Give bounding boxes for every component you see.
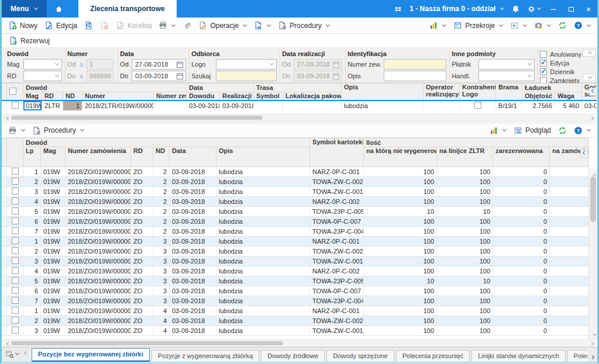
- table-row[interactable]: 4019W2018/ZO/019W/000002ZO203-09-2018lub…: [2, 197, 589, 207]
- table-row[interactable]: 1019W2018/ZO/019W/000002ZO203-09-2018lub…: [2, 167, 589, 177]
- row-checkbox[interactable]: [7, 217, 23, 227]
- help-button[interactable]: ?: [570, 19, 594, 32]
- print-button[interactable]: [155, 19, 179, 32]
- group-header-ladunek[interactable]: Ładunek: [522, 84, 582, 92]
- operations-button[interactable]: Operacje: [195, 19, 250, 32]
- bottom-tab-2[interactable]: Dowody źródłowe: [261, 350, 325, 362]
- row-checkbox[interactable]: [7, 326, 23, 336]
- group-header-data[interactable]: Data: [187, 84, 254, 92]
- column-header-nd[interactable]: ND: [153, 147, 170, 167]
- column-header-opis[interactable]: Opis: [216, 147, 310, 167]
- bottom-tab-1[interactable]: Pozycje z wygenerowaną zbiórką: [152, 350, 260, 362]
- row-checkbox[interactable]: [7, 177, 23, 187]
- chart-button-lower[interactable]: [486, 124, 510, 137]
- help-button-lower[interactable]: ?: [570, 124, 594, 137]
- table-row[interactable]: 3019W2018/ZO/019W/000002ZO203-09-2018lub…: [2, 187, 589, 197]
- column-header-mag[interactable]: Mag: [23, 92, 42, 100]
- table-row[interactable]: 3019W2018/ZO/019W/000003ZO303-09-2018lub…: [2, 256, 589, 266]
- numer-od-input[interactable]: 1: [87, 59, 113, 70]
- handl-combo[interactable]: [478, 71, 535, 81]
- tabs-scroll-left-button[interactable]: [24, 351, 28, 355]
- column-header-rd[interactable]: RD: [42, 92, 63, 100]
- data-real-od-input[interactable]: 27-08-2018: [294, 59, 343, 70]
- close-button[interactable]: ×: [583, 4, 594, 14]
- reserve-button[interactable]: Rezerwuj: [5, 34, 53, 47]
- row-checkbox[interactable]: [7, 296, 23, 306]
- column-header-lp[interactable]: Lp: [23, 147, 41, 167]
- restore-button[interactable]: [566, 5, 576, 13]
- hscroll-thumb[interactable]: [11, 116, 263, 120]
- table-row[interactable]: 7019W2018/ZO/019W/000003ZO303-09-2018lub…: [2, 296, 589, 306]
- table-row[interactable]: 1019W2018/ZO/019W/000003ZO303-09-2018lub…: [2, 237, 589, 247]
- column-header-lokalizacja[interactable]: Lokalizacja pakowania: [283, 92, 342, 100]
- apps-grid-icon[interactable]: [394, 5, 402, 13]
- refresh-button[interactable]: [555, 19, 570, 32]
- settings-button[interactable]: [527, 5, 541, 13]
- filter-scroll-up-button[interactable]: [583, 49, 595, 57]
- select-all-checkbox[interactable]: [7, 84, 23, 100]
- row-checkbox[interactable]: [7, 100, 23, 111]
- table-row[interactable]: 2019W2018/ZO/019W/000002ZO203-09-2018lub…: [2, 177, 589, 187]
- table-row[interactable]: 5019W2018/ZO/019W/000003ZO303-09-2018lub…: [2, 276, 589, 286]
- column-header-operator[interactable]: Operatorrealizujący: [424, 84, 460, 100]
- mag-combo[interactable]: [23, 59, 62, 70]
- row-checkbox[interactable]: [7, 276, 23, 286]
- column-header-brama[interactable]: Brama: [496, 84, 522, 100]
- column-header-objetosc[interactable]: Objętość: [522, 92, 555, 100]
- data-od-input[interactable]: 27-08-2018: [132, 59, 186, 70]
- column-header-kontrahent-logo[interactable]: KontrahentLogo: [460, 84, 496, 100]
- vscroll-thumb[interactable]: [590, 176, 596, 222]
- table-row[interactable]: 3019W2018/ZO/019W/000004ZO403-09-2018lub…: [2, 326, 589, 336]
- tabs-scroll-right-button[interactable]: [587, 358, 596, 362]
- company-selector[interactable]: 1 - Nasza firma 0 - oddział: [409, 5, 504, 13]
- bottom-tab-4[interactable]: Polecenia przesunięć: [396, 350, 470, 362]
- column-header-nd[interactable]: ND: [63, 92, 82, 100]
- delete-button[interactable]: [97, 19, 112, 32]
- calendar-icon[interactable]: [176, 61, 184, 68]
- procedures-button[interactable]: Procedury: [274, 19, 333, 32]
- column-header-numer-zamowienia[interactable]: Numer zamówienia: [66, 147, 131, 167]
- column-header-numer-zew[interactable]: Numer zew.: [154, 92, 187, 100]
- table-row[interactable]: 4019W2018/ZO/019W/000003ZO303-09-2018lub…: [2, 266, 589, 276]
- hscroll-thumb[interactable]: [11, 341, 283, 345]
- column-header-mag[interactable]: Mag: [41, 147, 66, 167]
- upper-grid-collapse-button[interactable]: [589, 88, 597, 96]
- column-header-symbol-kartoteki[interactable]: Symbol kartoteki: [310, 138, 364, 167]
- bottom-tab-0[interactable]: Pozycje bez wygnerowanej zbiórki: [32, 348, 150, 362]
- chart-button[interactable]: [426, 19, 450, 32]
- bottom-tab-6[interactable]: Polecenia kompletacji: [567, 350, 588, 362]
- select-all-checkbox-lower[interactable]: [7, 138, 23, 167]
- row-checkbox[interactable]: [7, 256, 23, 266]
- kontrahent-logo-checkbox[interactable]: [460, 100, 496, 111]
- row-checkbox[interactable]: [7, 227, 23, 237]
- filter-scroll-down-button[interactable]: [583, 74, 595, 81]
- column-header-niewygenerowane[interactable]: na którą nie wygenerowano transportów: [364, 147, 437, 167]
- group-header-dowod[interactable]: Dowód: [23, 138, 310, 147]
- views-button[interactable]: Przekroje: [450, 19, 507, 32]
- row-checkbox[interactable]: [7, 266, 23, 276]
- lower-grid-hscrollbar[interactable]: [4, 339, 595, 347]
- group-header-trasa[interactable]: Trasa: [254, 84, 342, 92]
- lower-grid-vscrollbar[interactable]: [588, 168, 597, 339]
- column-header-opis[interactable]: Opis: [342, 84, 424, 100]
- column-header-dowodu[interactable]: Dowodu: [187, 92, 220, 100]
- column-header-rd[interactable]: RD: [131, 147, 153, 167]
- column-header-symbol[interactable]: Symbol: [254, 92, 283, 100]
- snapshot-button[interactable]: [531, 19, 555, 32]
- cell-mag[interactable]: 019W: [23, 100, 42, 111]
- numer-zew-input[interactable]: [384, 59, 446, 70]
- pane-toggle-button[interactable]: [507, 19, 531, 32]
- attachments-button[interactable]: [179, 19, 195, 32]
- procedures-button-lower[interactable]: Procedury: [29, 124, 88, 137]
- edit-button[interactable]: Edycja: [41, 19, 81, 32]
- column-header-na-linijce[interactable]: na linijce ZLTR: [437, 147, 493, 167]
- preview-doc-button[interactable]: [81, 19, 97, 32]
- row-checkbox[interactable]: [7, 197, 23, 207]
- column-header-numer[interactable]: Numer: [82, 92, 154, 100]
- home-button[interactable]: [47, 0, 70, 18]
- column-header-data[interactable]: Data: [170, 147, 216, 167]
- column-header-realizacji[interactable]: Realizacji: [220, 92, 254, 100]
- data-do-input[interactable]: 03-09-2018: [132, 71, 186, 81]
- rd-combo[interactable]: [23, 71, 62, 81]
- table-row[interactable]: 2019W2018/ZO/019W/000004ZO403-09-2018lub…: [2, 316, 589, 326]
